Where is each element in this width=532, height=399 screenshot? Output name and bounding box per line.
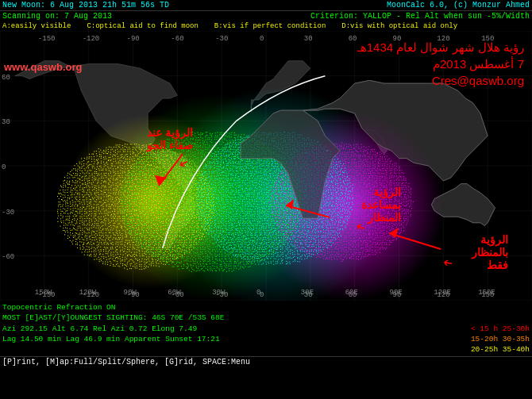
title-arabic: رؤية هلال شهر شوال لعام 1434هـ 7 أغسطس 2… xyxy=(357,39,524,89)
annotation-clear-sky: الرؤية عند صفاء الجو xyxy=(147,126,193,152)
website-text: www.qaswb.org xyxy=(4,61,82,73)
second-bar: Scanning on: 7 Aug 2013 Criterion: YALLO… xyxy=(0,11,532,21)
legend-d: D:vis with optical aid only xyxy=(341,22,457,30)
legend-c: C:optical aid to find moon xyxy=(87,22,198,30)
legend-b: B:vis if perfect condition xyxy=(214,22,326,30)
youngest-sighting: MOST [E]AST/[Y]OUNGEST SIGHTING: 46S 70E… xyxy=(2,313,530,323)
annotation-optical-aid: الرؤية بمساعدة المنظار xyxy=(361,186,401,224)
legend-hours-1: < 15 h 25-30h xyxy=(471,324,530,334)
moon-info: New Moon: 6 Aug 2013 21h 51m 56s TD xyxy=(2,1,169,10)
criterion: Criterion: YALLOP - Rel Alt when sun -5%… xyxy=(310,12,530,21)
map-area: www.qaswb.org رؤية هلال شهر شوال لعام 14… xyxy=(0,31,532,301)
legend-a: A:easily visible xyxy=(2,22,71,30)
lag-sunset: Lag 14.50 min Lag 46.9 min Apparent Suns… xyxy=(2,334,220,344)
top-bar: New Moon: 6 Aug 2013 21h 51m 56s TD Moon… xyxy=(0,0,532,11)
title-line2: 7 أغسطس 2013م xyxy=(357,56,524,72)
azi-alt: Azi 292.15 Alt 6.74 Rel Azi 0.72 Elong 7… xyxy=(2,324,197,334)
legend-hours-3: 20-25h 35-40h xyxy=(471,344,530,355)
title-line1: رؤية هلال شهر شوال لعام 1434هـ xyxy=(357,39,524,56)
app-title: MoonCalc 6.0, (c) Monzur Ahmed xyxy=(387,1,530,10)
legend-bar: A:easily visible C:optical aid to find m… xyxy=(0,21,532,31)
title-line3: Cres@qaswb.org xyxy=(357,72,524,89)
refraction-line: Topocentric Refraction ON xyxy=(2,302,530,313)
scan-date: Scanning on: 7 Aug 2013 xyxy=(2,12,112,21)
legend-hours-2: 15-20h 30-35h xyxy=(471,334,530,344)
menu-bar[interactable]: [P]rint, [M]ap:Full/Split/Sphere, [G]rid… xyxy=(0,356,532,367)
annotation-binoculars-only: الرؤية بالمنظار فقط xyxy=(472,233,508,271)
menu-items: [P]rint, [M]ap:Full/Split/Sphere, [G]rid… xyxy=(2,358,250,366)
bottom-section: Topocentric Refraction ON MOST [E]AST/[Y… xyxy=(0,301,532,356)
